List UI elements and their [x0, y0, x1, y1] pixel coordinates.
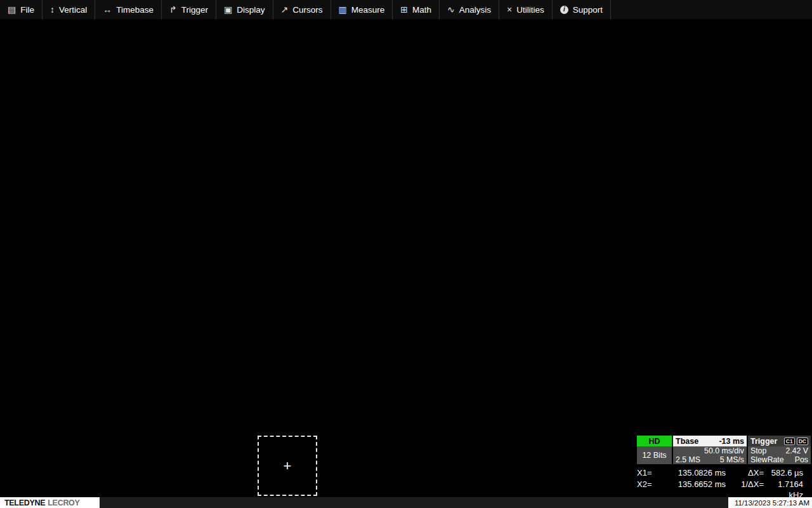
menu-item-label: Analysis	[459, 5, 491, 15]
menu-item-label: Measure	[351, 5, 385, 15]
dx-label: ΔX=	[726, 467, 764, 478]
menu-item-math[interactable]: ⊞Math	[393, 0, 440, 19]
menu-item-display[interactable]: ▣Display	[216, 0, 273, 19]
menu-bar: ▤File↕Vertical↔Timebase↱Trigger▣Display↗…	[0, 0, 812, 20]
cursor-readout-row1: X1= 135.0826 ms ΔX= 582.6 µs	[637, 467, 811, 478]
brand-bold: TELEDYNE	[4, 498, 45, 507]
menu-item-label: Trigger	[181, 5, 208, 15]
trigger-slope: Pos	[795, 455, 808, 464]
status-bar: TELEDYNE LECROY 11/13/2023 5:27:13 AM	[0, 497, 812, 508]
math-icon: ⊞	[400, 5, 408, 14]
menu-item-trigger[interactable]: ↱Trigger	[162, 0, 216, 19]
x1-value: 135.0826 ms	[660, 467, 726, 478]
menu-item-label: Display	[237, 5, 265, 15]
timebase-box[interactable]: Tbase -13 ms 50.0 ms/div 2.5 MS 5 MS/s	[673, 436, 747, 464]
menu-item-label: Math	[412, 5, 431, 15]
hd-label: HD	[637, 436, 672, 446]
trigger-mode: Stop	[750, 446, 766, 455]
menu-item-label: Timebase	[116, 5, 154, 15]
trigger-type: SlewRate	[750, 455, 784, 464]
trigger-coupling-badge: DC	[797, 438, 808, 445]
trigger-box[interactable]: Trigger C1 DC Stop 2.42 V SlewRate Pos	[748, 436, 811, 464]
teledyne-lecroy-logo: TELEDYNE LECROY	[0, 497, 100, 508]
hd-indicator: HD 12 Bits	[637, 436, 672, 464]
display-icon: ▣	[224, 5, 232, 14]
timebase-offset: -13 ms	[719, 437, 744, 446]
menu-item-label: Utilities	[516, 5, 544, 15]
hd-bits: 12 Bits	[637, 446, 672, 464]
menu-item-vertical[interactable]: ↕Vertical	[43, 0, 95, 19]
file-icon: ▤	[8, 5, 16, 14]
vertical-icon: ↕	[50, 5, 55, 14]
bottom-panel: + HD 12 Bits Tbase -13 ms 50.0 ms/div 2.…	[0, 434, 812, 497]
menu-item-label: Cursors	[292, 5, 322, 15]
menu-item-support[interactable]: iSupport	[553, 0, 611, 19]
menu-item-cursors[interactable]: ↗Cursors	[273, 0, 331, 19]
timebase-label: Tbase	[676, 437, 698, 446]
menu-item-measure[interactable]: ▥Measure	[331, 0, 393, 19]
timebase-scale: 50.0 ms/div	[704, 446, 744, 455]
plus-icon: +	[284, 460, 292, 472]
menu-item-utilities[interactable]: ×Utilities	[499, 0, 553, 19]
add-trace-button[interactable]: +	[258, 436, 317, 496]
menu-item-timebase[interactable]: ↔Timebase	[95, 0, 162, 19]
brand-light: LECROY	[48, 498, 79, 507]
trigger-icon: ↱	[169, 5, 177, 14]
utilities-icon: ×	[507, 5, 512, 14]
analysis-icon: ∿	[447, 5, 455, 14]
menu-item-file[interactable]: ▤File	[0, 0, 43, 19]
measure-icon: ▥	[339, 5, 347, 14]
menu-item-label: Vertical	[59, 5, 87, 15]
menu-item-label: Support	[573, 5, 603, 15]
menu-item-analysis[interactable]: ∿Analysis	[440, 0, 499, 19]
trigger-label: Trigger	[750, 437, 777, 446]
trigger-source-badge: C1	[784, 438, 795, 445]
oscilloscope-screen: ▤File↕Vertical↔Timebase↱Trigger▣Display↗…	[0, 0, 812, 508]
x1-label: X1=	[637, 467, 660, 478]
trigger-level: 2.42 V	[785, 446, 808, 455]
support-icon: i	[560, 6, 568, 14]
timebase-rate: 5 MS/s	[720, 455, 744, 464]
timebase-samples: 2.5 MS	[676, 455, 700, 464]
cursors-icon: ↗	[281, 5, 289, 14]
timebase-icon: ↔	[103, 5, 112, 14]
menu-item-label: File	[20, 5, 34, 15]
dx-value: 582.6 µs	[764, 467, 811, 478]
datetime: 11/13/2023 5:27:13 AM	[728, 497, 812, 508]
